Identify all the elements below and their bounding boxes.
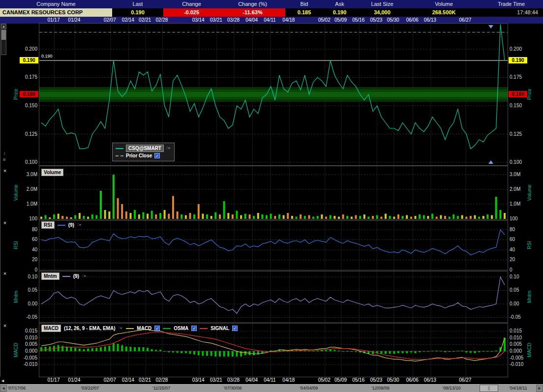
date-tick: 04/11 xyxy=(264,17,275,23)
signal-checkbox[interactable]: ✓ xyxy=(232,326,238,331)
scrollbar-right-arrow-icon[interactable]: ► xyxy=(536,385,543,392)
date-tick: 04/18 xyxy=(282,17,295,23)
date-tick: 02/07 xyxy=(104,377,116,383)
y-tick-label: 0.200 xyxy=(10,46,37,52)
y-tick-label: 20 xyxy=(510,257,537,262)
volume-axis-title-right: Volume xyxy=(527,176,532,210)
series-legend-row: CSQ@SMART ☞ xyxy=(116,145,171,152)
date-tick: 06/13 xyxy=(424,17,436,23)
last-price-inline-label: 0.190 xyxy=(41,54,53,59)
date-tick: 04/04 xyxy=(245,17,258,23)
scrollbar-date-label: '03/22/07 xyxy=(81,386,99,391)
y-tick-label: 0.100 xyxy=(10,159,37,165)
y-tick-label: 0.10 xyxy=(10,274,37,279)
y-tick-label: 60 xyxy=(510,237,537,242)
drag-handle-icon[interactable]: ≡ xyxy=(1,157,7,163)
close-macd-panel-button[interactable]: × xyxy=(2,323,8,329)
y-tick-label: 0.100 xyxy=(510,159,537,165)
hand-icon[interactable]: ☞ xyxy=(118,325,123,332)
rsi-axis-title-left: RSI xyxy=(13,228,19,263)
hand-icon[interactable]: ☞ xyxy=(77,222,82,228)
hand-icon[interactable]: ☞ xyxy=(166,145,171,151)
change-pct-value: -11.63% xyxy=(220,8,285,17)
last-price-tag-left: 0.190 xyxy=(20,57,38,63)
scroll-left-icon[interactable]: ◄ xyxy=(0,378,6,384)
hand-icon[interactable]: ☞ xyxy=(82,273,87,279)
macd-panel-label[interactable]: MACD xyxy=(41,325,61,332)
rsi-panel-label[interactable]: RSI xyxy=(41,221,55,229)
date-tick: 05/23 xyxy=(370,17,382,23)
date-tick: 03/28 xyxy=(227,377,240,383)
mntm-axis-title-right: Mntm xyxy=(527,279,532,314)
date-axis-top: 01/1701/2402/0702/1402/2102/2803/1403/21… xyxy=(0,17,543,24)
prior-close-checkbox[interactable]: ✓ xyxy=(154,153,160,158)
y-tick-label: 0.125 xyxy=(10,131,37,137)
scroll-up-icon[interactable]: ▲ xyxy=(1,24,6,29)
close-volume-panel-button[interactable]: × xyxy=(2,168,8,174)
date-tick: 05/30 xyxy=(387,17,399,23)
volume-chart-panel[interactable] xyxy=(39,166,508,220)
mntm-axis-title-left: Mntm xyxy=(13,279,19,314)
price-chart-panel[interactable] xyxy=(39,23,508,166)
date-tick: 03/28 xyxy=(227,17,240,23)
y-tick-label: 0.05 xyxy=(510,287,537,293)
date-tick: 06/06 xyxy=(406,377,419,383)
date-tick: 03/14 xyxy=(192,377,205,383)
band-price-tag-left: 0.160 xyxy=(20,91,38,97)
rsi-chart-panel[interactable] xyxy=(39,220,508,271)
price-scale-marker-top-icon[interactable] xyxy=(488,25,493,29)
mntm-period-label: (9) xyxy=(73,273,79,279)
window-frame-line xyxy=(0,24,0,377)
y-tick-label: 40 xyxy=(510,247,537,252)
rsi-axis-title-right: RSI xyxy=(527,228,532,263)
y-tick-label: 0 xyxy=(10,267,37,272)
mntm-panel-label[interactable]: Mntm xyxy=(41,272,60,280)
y-tick-label: 0.010 xyxy=(510,335,537,340)
price-scale-marker-bottom-icon[interactable] xyxy=(488,160,493,164)
mntm-chart-panel[interactable] xyxy=(39,271,508,323)
y-tick-label: 0.125 xyxy=(510,131,537,137)
y-tick-label: 0.015 xyxy=(510,328,537,333)
prior-close-line-sample xyxy=(116,155,123,156)
timeline-scrollbar[interactable]: ◄ ► '07/17/06'03/22/07'11/25/07'07/30/08… xyxy=(0,384,543,392)
scrollbar-date-label: '08/13/10 xyxy=(443,386,461,391)
macd-legend: MACD (12, 26, 9 - EMA, EMA) ☞ MACD ✓ OSM… xyxy=(41,325,238,332)
trade-time-value: 17:48:44 xyxy=(480,8,543,17)
col-volume: Volume xyxy=(408,0,480,8)
mini-scrollbar-thumb[interactable] xyxy=(1,30,6,40)
close-rsi-panel-button[interactable]: × xyxy=(2,220,8,226)
scrollbar-date-label: '07/17/06 xyxy=(7,386,26,391)
macd-checkbox[interactable]: ✓ xyxy=(154,326,160,331)
date-tick: 01/17 xyxy=(47,377,60,383)
scrollbar-left-arrow-icon[interactable]: ◄ xyxy=(0,385,7,392)
price-legend: CSQ@SMART ☞ Prior Close ✓ xyxy=(112,143,175,161)
quote-header-row: Company Name Last Change Change (%) Bid … xyxy=(0,0,543,8)
volume-panel-label[interactable]: Volume xyxy=(41,169,63,176)
date-tick: 02/14 xyxy=(122,377,134,383)
change-value: -0.025 xyxy=(163,8,220,17)
last-price-tag-right: 0.190 xyxy=(509,57,527,63)
macd-axis-title-left: MACD xyxy=(13,333,19,367)
col-change-pct: Change (%) xyxy=(220,0,285,8)
timeline-scrollbar-thumb[interactable] xyxy=(480,385,498,392)
osma-line-sample xyxy=(163,328,171,329)
band-price-tag-right: 0.160 xyxy=(509,91,527,97)
date-tick: 05/16 xyxy=(352,17,364,23)
col-bid: Bid xyxy=(285,0,323,8)
resize-icon[interactable]: ↕ xyxy=(1,151,7,156)
volume-axis-title-left: Volume xyxy=(13,176,19,210)
close-mntm-panel-button[interactable]: × xyxy=(2,271,8,276)
date-tick: 04/18 xyxy=(282,377,295,383)
rsi-legend: RSI (9) ☞ xyxy=(41,221,82,229)
scrollbar-date-label: '12/08/09 xyxy=(371,386,390,391)
left-mini-scrollbar[interactable] xyxy=(1,30,6,55)
date-tick: 05/02 xyxy=(318,377,331,383)
date-tick: 03/21 xyxy=(210,17,222,23)
date-tick: 05/16 xyxy=(352,377,364,383)
mntm-legend: Mntm (9) ☞ xyxy=(41,272,87,280)
osma-checkbox[interactable]: ✓ xyxy=(191,326,197,331)
price-axis-title-left: Price xyxy=(13,77,19,112)
y-tick-label: 100 xyxy=(510,216,537,221)
y-tick-label: 0.00 xyxy=(510,301,537,306)
series-name-label[interactable]: CSQ@SMART xyxy=(126,145,164,152)
